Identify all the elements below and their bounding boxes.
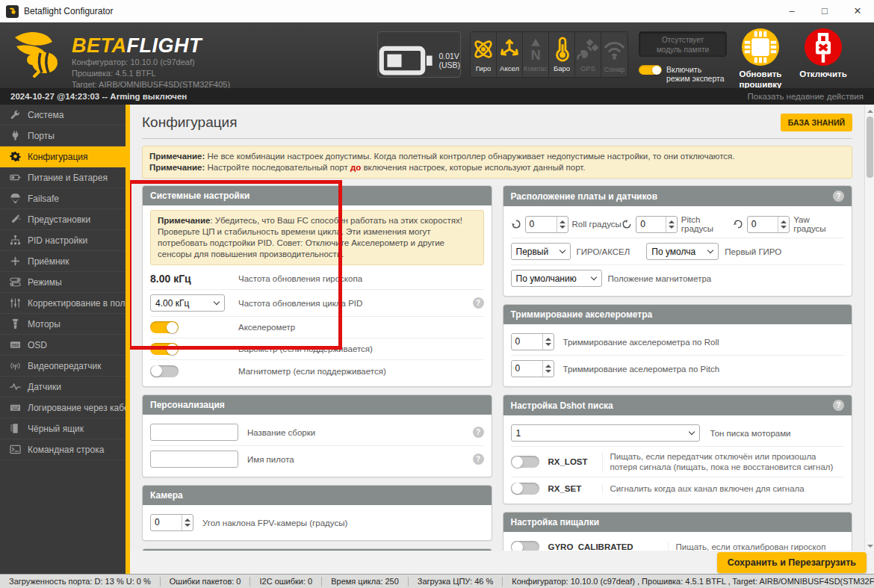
- antenna-icon: [10, 360, 21, 371]
- help-icon[interactable]: [833, 400, 844, 411]
- firmware-flasher-button[interactable]: Обновить прошивку: [731, 28, 790, 90]
- blackbox-icon: [10, 423, 21, 434]
- sidebar-item-modes[interactable]: Режимы: [0, 272, 125, 293]
- save-bar: Сохранить и Перезагрузить: [130, 551, 874, 574]
- beacon-tone-select[interactable]: 1: [511, 424, 700, 442]
- sidebar-item-tethered-logging[interactable]: Логирование через кабель: [0, 397, 125, 418]
- scroll-up-arrow[interactable]: [865, 105, 874, 115]
- help-icon[interactable]: [833, 191, 844, 202]
- yaw-degrees-stepper[interactable]: 0: [747, 216, 790, 233]
- magic-wand-icon: [10, 214, 21, 225]
- status-i2c-errors: I2C ошибки: 0: [250, 577, 322, 587]
- yaw-rotation-icon: [733, 219, 743, 229]
- roll-degrees-stepper[interactable]: 0: [525, 216, 568, 233]
- window-titlebar: Betaflight Configurator – □ ✕: [0, 0, 874, 22]
- minimize-button[interactable]: –: [775, 0, 808, 22]
- sidebar-item-adjustments[interactable]: Корректирование в полёте: [0, 293, 125, 314]
- wrench-icon: [10, 109, 21, 120]
- pitch-rotation-icon: [622, 219, 632, 229]
- sensor-sonar: Сонар: [601, 32, 627, 77]
- maximize-button[interactable]: □: [808, 0, 841, 22]
- section-personalization: Персонализация Название сборки Имя пилот…: [142, 394, 492, 477]
- sidebar-item-osd[interactable]: OSDOSD: [0, 335, 125, 356]
- sidebar-item-configuration[interactable]: Конфигурация: [0, 146, 125, 167]
- content-scroll-area: Конфигурация БАЗА ЗНАНИЙ Примечание: Не …: [130, 105, 864, 551]
- pid-frequency-select[interactable]: 4.00 кГц: [150, 294, 225, 312]
- sensor-accel: Аксел: [497, 32, 523, 77]
- dshot-rx-set-toggle[interactable]: [511, 483, 539, 495]
- switches-icon: [10, 276, 21, 288]
- sidebar-nav: Система Порты Конфигурация Питание и Бат…: [0, 105, 125, 574]
- section-dshot-beacon: Настройка Dshot писка 1 Тон писка мотора…: [503, 394, 853, 504]
- betaflight-logotype: BETAFLIGHT: [72, 34, 230, 57]
- acc-trim-roll-stepper[interactable]: 0: [511, 333, 554, 350]
- barometer-toggle[interactable]: [150, 343, 179, 355]
- sidebar-item-pid-tuning[interactable]: PID настройки: [0, 230, 125, 251]
- sidebar-item-blackbox[interactable]: Чёрный ящик: [0, 418, 125, 439]
- section-system-settings: Системные настройки Примечание: Убедитес…: [142, 185, 492, 387]
- help-icon[interactable]: [473, 454, 484, 465]
- show-log-button[interactable]: Показать недавние действия: [748, 92, 864, 101]
- accelerometer-toggle[interactable]: [150, 321, 179, 333]
- page-note: Примечание: Не все комбинации настроек д…: [142, 146, 852, 179]
- sidebar-item-video-transmitter[interactable]: Видеопередатчик: [0, 356, 125, 377]
- section-beeper-configuration: Настройка пищалки GYRO_CALIBRATED Пищать…: [503, 512, 853, 551]
- gyro-frequency-value: 8.00 кГц: [150, 273, 191, 285]
- disconnect-button[interactable]: Отключить: [794, 28, 852, 79]
- sidebar-item-presets[interactable]: Предустановки: [0, 209, 125, 230]
- camera-angle-stepper[interactable]: 0: [150, 514, 193, 531]
- firmware-version: Прошивка: 4.5.1 BTFL: [72, 68, 230, 79]
- status-bar: Загруженность порта: D: 13 % U: 0 % Ошиб…: [0, 574, 874, 588]
- app-header: BETAFLIGHT Конфигуратор: 10.10.0 (c97dea…: [0, 22, 874, 88]
- scrollbar-thumb[interactable]: [867, 117, 873, 178]
- sidebar-item-power-battery[interactable]: Питание и Батарея: [0, 167, 125, 188]
- chip-icon: [742, 28, 779, 66]
- pilot-name-input[interactable]: [150, 451, 238, 468]
- knowledge-base-button[interactable]: БАЗА ЗНАНИЙ: [781, 114, 852, 131]
- parachute-icon: [10, 193, 21, 204]
- mag-alignment-select[interactable]: По умолчанию: [511, 270, 602, 287]
- magnetometer-toggle[interactable]: [150, 365, 179, 377]
- log-bar: 2024-10-27 @14:23:03 -- Arming выключен …: [0, 88, 874, 105]
- battery-voltage: 0.01V (USB): [438, 52, 460, 69]
- sliders-icon: [10, 297, 21, 309]
- pitch-degrees-stepper[interactable]: 0: [636, 216, 678, 233]
- betaflight-brand: BETAFLIGHT Конфигуратор: 10.10.0 (c97dea…: [0, 22, 377, 90]
- roll-rotation-icon: [511, 219, 521, 229]
- sidebar-item-ports[interactable]: Порты: [0, 126, 125, 146]
- acc-trim-pitch-stepper[interactable]: 0: [511, 360, 554, 377]
- sidebar-item-failsafe[interactable]: Failsafe: [0, 188, 125, 209]
- osd-icon: OSD: [10, 339, 21, 350]
- sonar-icon: [601, 37, 627, 63]
- plug-icon: [10, 130, 21, 141]
- scroll-down-arrow[interactable]: [865, 540, 874, 551]
- section-board-sensor-alignment: Расположение платы и датчиков 0 Roll гра…: [503, 185, 853, 297]
- help-icon[interactable]: [473, 297, 484, 309]
- gyro-icon: [471, 37, 496, 62]
- sidebar-item-cli[interactable]: Командная строка: [0, 439, 125, 460]
- sensor-compass: N Компас: [523, 32, 549, 77]
- sidebar-item-setup[interactable]: Система: [0, 105, 125, 126]
- quadcopter-icon: [10, 256, 21, 267]
- sensor-gyro: Гиро: [471, 32, 497, 77]
- expert-mode-label: Включить режим эксперта: [666, 65, 727, 83]
- status-cpu-load: Загрузка ЦПУ: 46 %: [409, 577, 503, 587]
- sidebar-item-receiver[interactable]: Приёмник: [0, 251, 125, 272]
- log-message: 2024-10-27 @14:23:03 -- Arming выключен: [10, 92, 187, 101]
- dshot-rx-lost-toggle[interactable]: [511, 456, 539, 468]
- svg-text:OSD: OSD: [11, 344, 19, 347]
- expert-mode-toggle[interactable]: [639, 65, 662, 75]
- help-icon[interactable]: [473, 427, 484, 438]
- gyro-accel-select[interactable]: Первый: [511, 243, 571, 260]
- sidebar-item-sensors[interactable]: Датчики: [0, 377, 125, 397]
- terminal-icon: [10, 444, 21, 455]
- betaflight-bee-logo: [12, 30, 67, 82]
- betaflight-configurator-window: Betaflight Configurator – □ ✕ BETAFLIGHT…: [0, 0, 874, 588]
- first-gyro-select[interactable]: По умолча: [646, 243, 719, 260]
- beeper-gyro-calibrated-toggle[interactable]: [511, 541, 539, 551]
- sidebar-item-motors[interactable]: Моторы: [0, 314, 125, 335]
- save-reboot-button[interactable]: Сохранить и Перезагрузить: [717, 552, 867, 573]
- craft-name-input[interactable]: [150, 424, 238, 441]
- close-button[interactable]: ✕: [841, 0, 874, 22]
- battery-icon: [10, 172, 21, 183]
